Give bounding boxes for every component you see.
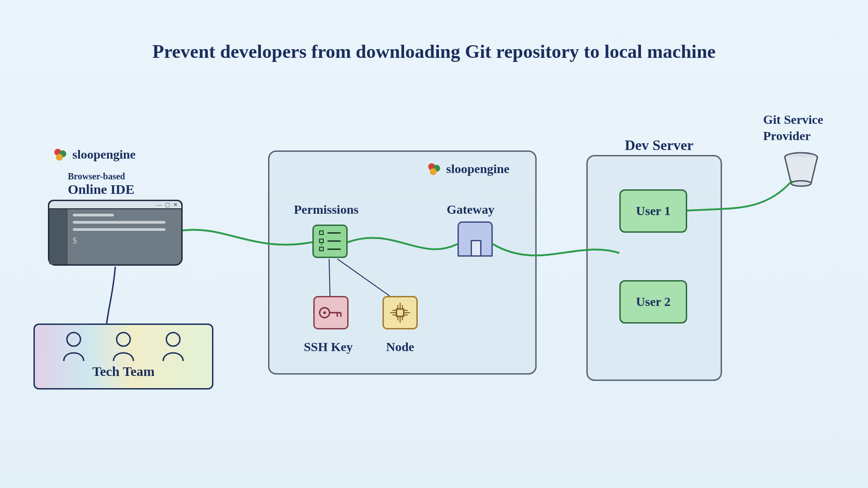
svg-point-5 [166, 333, 180, 346]
dev-server-label: Dev Server [625, 137, 693, 154]
user1-box: User 1 [619, 189, 687, 233]
person-icon [111, 330, 136, 362]
ide-window: — ▢ ✕ $ [48, 200, 183, 266]
person-icon [161, 330, 185, 362]
permissions-label: Permissions [294, 202, 359, 217]
git-provider-label: Git Service Provider [763, 112, 823, 145]
ide-subtitle-small: Browser-based [68, 171, 125, 182]
sshkey-label: SSH Key [304, 340, 353, 354]
ide-subtitle-big: Online IDE [68, 182, 135, 197]
brand-name: sloopengine [72, 147, 136, 162]
sshkey-icon [313, 296, 349, 329]
svg-point-8 [430, 168, 437, 175]
diagram-title: Prevent developers from downloading Git … [152, 41, 716, 62]
node-icon [382, 296, 418, 329]
permissions-icon [312, 225, 348, 258]
svg-rect-11 [396, 309, 404, 316]
node-label: Node [386, 340, 414, 354]
ide-code: $ [73, 214, 176, 246]
svg-point-2 [56, 154, 63, 160]
gateway-label: Gateway [447, 202, 495, 217]
ide-sidebar [49, 209, 67, 264]
svg-point-10 [323, 311, 326, 314]
sloopengine-logo-icon [426, 161, 442, 177]
svg-point-3 [67, 333, 80, 346]
tech-team-label: Tech Team [35, 364, 212, 379]
git-provider-cylinder-icon [783, 152, 819, 188]
gateway-icon [458, 221, 493, 257]
tech-team-box: Tech Team [33, 324, 213, 389]
svg-point-15 [791, 181, 811, 186]
sloopengine-logo-icon [52, 147, 68, 162]
dev-server-box [586, 155, 722, 381]
person-icon [61, 330, 86, 362]
brand-center: sloopengine [426, 161, 509, 177]
svg-point-4 [117, 333, 130, 346]
user2-box: User 2 [619, 280, 687, 324]
window-controls-icon: — ▢ ✕ [156, 202, 179, 208]
brand-left: sloopengine [52, 147, 136, 162]
brand-name: sloopengine [446, 162, 509, 176]
ide-titlebar: — ▢ ✕ [49, 201, 181, 209]
